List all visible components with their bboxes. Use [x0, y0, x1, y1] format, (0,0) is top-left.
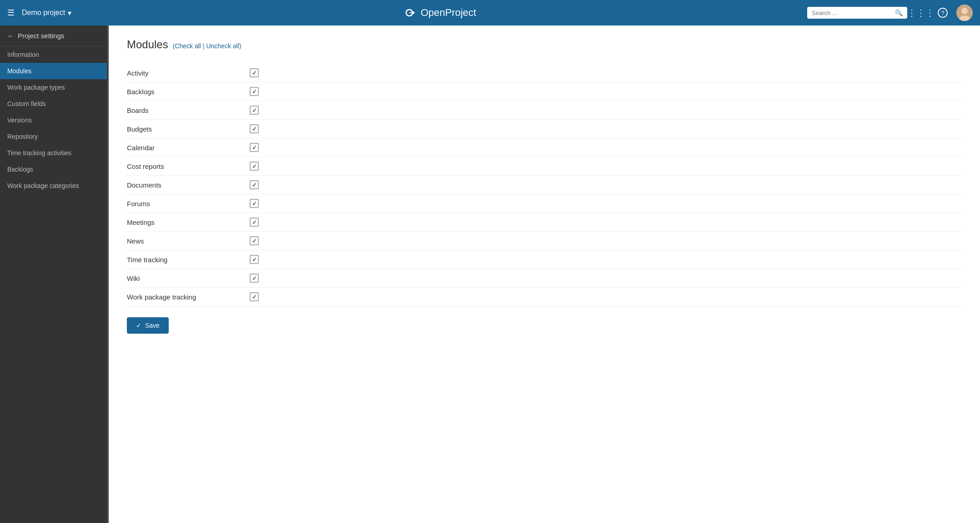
module-item: Documents	[127, 176, 962, 194]
module-name: Calendar	[127, 144, 241, 152]
module-name: Time tracking	[127, 256, 241, 264]
module-checkbox[interactable]	[250, 143, 259, 152]
sidebar-item-custom-fields[interactable]: Custom fields	[0, 96, 107, 112]
check-all-link[interactable]: Check all	[175, 42, 201, 50]
uncheck-all-link[interactable]: Uncheck all	[206, 42, 239, 50]
sidebar-section-title: Project settings	[18, 32, 65, 40]
logo-brand-text: OpenProject	[421, 7, 476, 19]
save-label: Save	[145, 322, 160, 329]
sidebar-item-information[interactable]: Information	[0, 46, 107, 63]
save-icon: ✓	[136, 322, 141, 329]
module-item: Calendar	[127, 138, 962, 157]
help-button[interactable]: ?	[935, 5, 951, 21]
action-separator: |	[203, 42, 205, 50]
page-header: Modules (Check all | Uncheck all)	[127, 38, 962, 51]
sidebar-item-versions[interactable]: Versions	[0, 112, 107, 128]
module-item: Backlogs	[127, 82, 962, 101]
sidebar-back-button[interactable]: ← Project settings	[0, 25, 107, 46]
module-name: Meetings	[127, 218, 241, 226]
project-selector[interactable]: Demo project ▾	[22, 9, 71, 17]
save-button[interactable]: ✓ Save	[127, 317, 169, 334]
module-name: News	[127, 237, 241, 245]
search-box[interactable]: 🔍	[807, 7, 907, 19]
app-header: ☰ Demo project ▾ OpenProject 🔍 ⋮⋮⋮ ?	[0, 0, 980, 25]
module-name: Work package tracking	[127, 293, 241, 301]
apps-button[interactable]: ⋮⋮⋮	[913, 5, 929, 21]
main-content: Modules (Check all | Uncheck all) Activi…	[109, 25, 980, 523]
project-name: Demo project	[22, 9, 65, 17]
sidebar-item-repository[interactable]: Repository	[0, 128, 107, 145]
module-list: ActivityBacklogsBoardsBudgetsCalendarCos…	[127, 64, 962, 306]
main-container: ← Project settings InformationModulesWor…	[0, 25, 980, 523]
logo-icon	[402, 8, 417, 18]
module-item: Budgets	[127, 120, 962, 138]
logo-text: OpenProject	[402, 7, 476, 19]
header-right-controls: 🔍 ⋮⋮⋮ ?	[807, 5, 973, 21]
module-checkbox[interactable]	[250, 124, 259, 133]
module-checkbox[interactable]	[250, 106, 259, 115]
module-item: Activity	[127, 64, 962, 82]
module-item: Work package tracking	[127, 288, 962, 306]
module-name: Budgets	[127, 125, 241, 133]
module-name: Cost reports	[127, 162, 241, 170]
module-checkbox[interactable]	[250, 180, 259, 189]
page-title: Modules	[127, 38, 168, 51]
sidebar-item-backlogs[interactable]: Backlogs	[0, 161, 107, 178]
module-checkbox[interactable]	[250, 68, 259, 77]
menu-icon[interactable]: ☰	[7, 8, 15, 18]
search-input[interactable]	[812, 10, 892, 16]
app-logo: OpenProject	[71, 7, 807, 19]
module-item: Forums	[127, 194, 962, 213]
svg-text:?: ?	[941, 10, 944, 16]
sidebar-spacer	[0, 194, 107, 523]
sidebar-item-work-package-categories[interactable]: Work package categories	[0, 178, 107, 194]
module-checkbox[interactable]	[250, 236, 259, 245]
avatar[interactable]	[956, 5, 973, 21]
module-name: Documents	[127, 181, 241, 189]
module-item: Time tracking	[127, 250, 962, 269]
module-checkbox[interactable]	[250, 162, 259, 171]
module-item: Meetings	[127, 213, 962, 232]
module-checkbox[interactable]	[250, 87, 259, 96]
project-dropdown-icon: ▾	[68, 9, 71, 17]
module-item: Wiki	[127, 269, 962, 288]
sidebar-item-time-tracking-activities[interactable]: Time tracking activities	[0, 145, 107, 161]
module-checkbox[interactable]	[250, 218, 259, 227]
module-name: Boards	[127, 107, 241, 114]
module-checkbox[interactable]	[250, 199, 259, 208]
svg-point-3	[961, 8, 968, 14]
sidebar: ← Project settings InformationModulesWor…	[0, 25, 107, 523]
module-item: News	[127, 232, 962, 250]
back-arrow-icon: ←	[7, 32, 14, 40]
module-checkbox[interactable]	[250, 292, 259, 301]
module-name: Wiki	[127, 274, 241, 282]
sidebar-item-modules[interactable]: Modules	[0, 63, 107, 79]
module-name: Forums	[127, 200, 241, 208]
search-icon: 🔍	[895, 9, 903, 16]
sidebar-item-work-package-types[interactable]: Work package types	[0, 79, 107, 96]
page-actions: (Check all | Uncheck all)	[173, 42, 241, 50]
module-name: Activity	[127, 69, 241, 77]
module-checkbox[interactable]	[250, 255, 259, 264]
module-item: Cost reports	[127, 157, 962, 176]
module-name: Backlogs	[127, 88, 241, 96]
module-checkbox[interactable]	[250, 274, 259, 283]
module-item: Boards	[127, 101, 962, 120]
